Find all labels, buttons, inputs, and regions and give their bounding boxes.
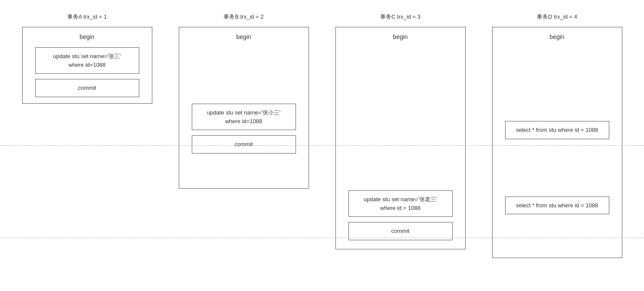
diagram: 事务A trx_id = 1 begin update stu set name… — [0, 0, 644, 267]
col-d-item-1: select * from stu where id = 1088 — [505, 196, 609, 215]
col-a-item-0: update stu set name='张三'where id=1088 — [35, 47, 139, 74]
transaction-box-c: begin update stu set name='张老三'where id … — [335, 27, 466, 249]
col-d-item-0: select * from stu where id = 1088 — [505, 121, 609, 139]
col-a-item-1: commit — [35, 79, 139, 97]
col-b-item-0: update stu set name='张小三'where id=1088 — [192, 104, 296, 130]
hline-1 — [0, 145, 644, 146]
column-b: 事务B trx_id = 2 begin update stu set name… — [165, 13, 322, 189]
col-c-title: 事务C trx_id = 3 — [380, 13, 421, 21]
col-b-begin: begin — [236, 33, 251, 40]
col-b-title: 事务B trx_id = 2 — [223, 13, 263, 21]
col-d-title: 事务D trx_id = 4 — [537, 13, 577, 21]
col-d-begin: begin — [549, 33, 564, 40]
column-a: 事务A trx_id = 1 begin update stu set name… — [9, 13, 165, 104]
col-a-title: 事务A trx_id = 1 — [67, 13, 107, 21]
col-b-item-1: commit — [192, 135, 296, 154]
col-c-begin: begin — [393, 33, 407, 40]
transaction-box-b: begin update stu set name='张小三'where id=… — [179, 27, 309, 189]
col-a-begin: begin — [79, 33, 94, 40]
column-c: 事务C trx_id = 3 begin update stu set name… — [322, 13, 479, 249]
column-d: 事务D trx_id = 4 begin select * from stu w… — [479, 13, 635, 258]
hline-2 — [0, 238, 644, 238]
transaction-box-a: begin update stu set name='张三'where id=1… — [22, 27, 152, 104]
transaction-box-d: begin select * from stu where id = 1088 … — [492, 27, 622, 258]
col-c-item-0: update stu set name='张老三'where id = 1088 — [348, 190, 453, 217]
